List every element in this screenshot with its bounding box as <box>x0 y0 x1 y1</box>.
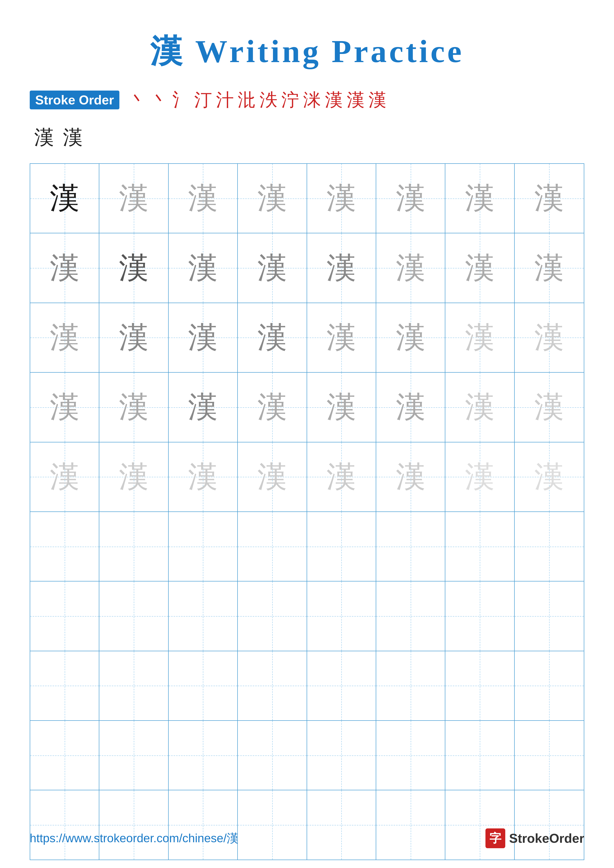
grid-cell-2-8[interactable]: 漢 <box>515 233 584 302</box>
grid-cell-1-7[interactable]: 漢 <box>445 164 515 233</box>
grid-cell-1-6[interactable]: 漢 <box>376 164 445 233</box>
char-display: 漢 <box>534 387 564 427</box>
stroke-6: 沘 <box>238 88 256 112</box>
grid-cell-2-6[interactable]: 漢 <box>376 233 445 302</box>
grid-cell-4-3[interactable]: 漢 <box>169 373 238 442</box>
stroke-12: 漢 <box>368 88 386 112</box>
grid-cell-7-1[interactable] <box>30 581 99 651</box>
grid-cell-8-2[interactable] <box>99 651 168 720</box>
char-display: 漢 <box>188 387 218 427</box>
grid-cell-7-7[interactable] <box>445 581 515 651</box>
grid-cell-10-5[interactable] <box>307 790 376 859</box>
grid-cell-5-5[interactable]: 漢 <box>307 442 376 512</box>
grid-cell-6-3[interactable] <box>169 512 238 581</box>
grid-cell-10-4[interactable] <box>238 790 307 859</box>
grid-cell-1-4[interactable]: 漢 <box>238 164 307 233</box>
grid-cell-6-1[interactable] <box>30 512 99 581</box>
grid-cell-9-4[interactable] <box>238 721 307 790</box>
grid-cell-8-1[interactable] <box>30 651 99 720</box>
grid-cell-8-3[interactable] <box>169 651 238 720</box>
char-display: 漢 <box>119 178 149 219</box>
grid-cell-10-8[interactable] <box>515 790 584 859</box>
char-display: 漢 <box>326 248 356 288</box>
grid-cell-5-4[interactable]: 漢 <box>238 442 307 512</box>
grid-cell-9-3[interactable] <box>169 721 238 790</box>
char-display: 漢 <box>326 387 356 427</box>
grid-cell-9-7[interactable] <box>445 721 515 790</box>
grid-cell-7-5[interactable] <box>307 581 376 651</box>
char-display: 漢 <box>396 318 426 358</box>
grid-cell-3-4[interactable]: 漢 <box>238 303 307 372</box>
grid-cell-8-7[interactable] <box>445 651 515 720</box>
grid-cell-9-8[interactable] <box>515 721 584 790</box>
grid-cell-1-5[interactable]: 漢 <box>307 164 376 233</box>
grid-cell-10-3[interactable] <box>169 790 238 859</box>
char-display: 漢 <box>188 457 218 497</box>
grid-cell-7-3[interactable] <box>169 581 238 651</box>
grid-cell-9-1[interactable] <box>30 721 99 790</box>
grid-cell-5-7[interactable]: 漢 <box>445 442 515 512</box>
footer-logo-text: StrokeOrder <box>509 831 584 846</box>
grid-cell-10-6[interactable] <box>376 790 445 859</box>
footer-url[interactable]: https://www.strokeorder.com/chinese/漢 <box>30 831 238 846</box>
char-display: 漢 <box>465 457 494 497</box>
grid-cell-8-5[interactable] <box>307 651 376 720</box>
grid-cell-4-6[interactable]: 漢 <box>376 373 445 442</box>
grid-cell-9-5[interactable] <box>307 721 376 790</box>
grid-cell-4-2[interactable]: 漢 <box>99 373 168 442</box>
grid-cell-3-1[interactable]: 漢 <box>30 303 99 372</box>
grid-cell-2-7[interactable]: 漢 <box>445 233 515 302</box>
grid-cell-7-2[interactable] <box>99 581 168 651</box>
grid-cell-4-7[interactable]: 漢 <box>445 373 515 442</box>
grid-cell-6-7[interactable] <box>445 512 515 581</box>
grid-cell-6-8[interactable] <box>515 512 584 581</box>
grid-cell-2-5[interactable]: 漢 <box>307 233 376 302</box>
grid-cell-4-5[interactable]: 漢 <box>307 373 376 442</box>
grid-cell-7-6[interactable] <box>376 581 445 651</box>
grid-cell-2-3[interactable]: 漢 <box>169 233 238 302</box>
char-display: 漢 <box>257 457 287 497</box>
grid-cell-8-4[interactable] <box>238 651 307 720</box>
grid-cell-3-5[interactable]: 漢 <box>307 303 376 372</box>
char-display: 漢 <box>119 457 149 497</box>
grid-cell-6-5[interactable] <box>307 512 376 581</box>
grid-cell-9-6[interactable] <box>376 721 445 790</box>
grid-cell-8-8[interactable] <box>515 651 584 720</box>
grid-cell-3-6[interactable]: 漢 <box>376 303 445 372</box>
grid-cell-7-4[interactable] <box>238 581 307 651</box>
grid-cell-2-2[interactable]: 漢 <box>99 233 168 302</box>
grid-cell-1-8[interactable]: 漢 <box>515 164 584 233</box>
grid-cell-5-2[interactable]: 漢 <box>99 442 168 512</box>
grid-cell-1-1[interactable]: 漢 <box>30 164 99 233</box>
preview-char-2: 漢 <box>63 124 83 151</box>
grid-cell-6-6[interactable] <box>376 512 445 581</box>
grid-cell-4-4[interactable]: 漢 <box>238 373 307 442</box>
grid-cell-6-4[interactable] <box>238 512 307 581</box>
grid-cell-6-2[interactable] <box>99 512 168 581</box>
grid-cell-2-4[interactable]: 漢 <box>238 233 307 302</box>
grid-cell-3-7[interactable]: 漢 <box>445 303 515 372</box>
grid-cell-7-8[interactable] <box>515 581 584 651</box>
grid-cell-8-6[interactable] <box>376 651 445 720</box>
grid-cell-1-3[interactable]: 漢 <box>169 164 238 233</box>
grid-cell-5-3[interactable]: 漢 <box>169 442 238 512</box>
stroke-10: 漢 <box>325 88 343 112</box>
grid-cell-5-6[interactable]: 漢 <box>376 442 445 512</box>
grid-cell-5-8[interactable]: 漢 <box>515 442 584 512</box>
grid-cell-1-2[interactable]: 漢 <box>99 164 168 233</box>
stroke-5: 汁 <box>216 88 234 112</box>
grid-cell-3-8[interactable]: 漢 <box>515 303 584 372</box>
char-display: 漢 <box>396 457 426 497</box>
char-display: 漢 <box>534 318 564 358</box>
grid-cell-3-3[interactable]: 漢 <box>169 303 238 372</box>
stroke-1: 丶 <box>129 88 147 112</box>
grid-cell-10-1[interactable] <box>30 790 99 859</box>
grid-cell-10-2[interactable] <box>99 790 168 859</box>
grid-cell-4-1[interactable]: 漢 <box>30 373 99 442</box>
grid-cell-5-1[interactable]: 漢 <box>30 442 99 512</box>
grid-cell-2-1[interactable]: 漢 <box>30 233 99 302</box>
grid-cell-3-2[interactable]: 漢 <box>99 303 168 372</box>
grid-cell-4-8[interactable]: 漢 <box>515 373 584 442</box>
grid-cell-9-2[interactable] <box>99 721 168 790</box>
grid-cell-10-7[interactable] <box>445 790 515 859</box>
